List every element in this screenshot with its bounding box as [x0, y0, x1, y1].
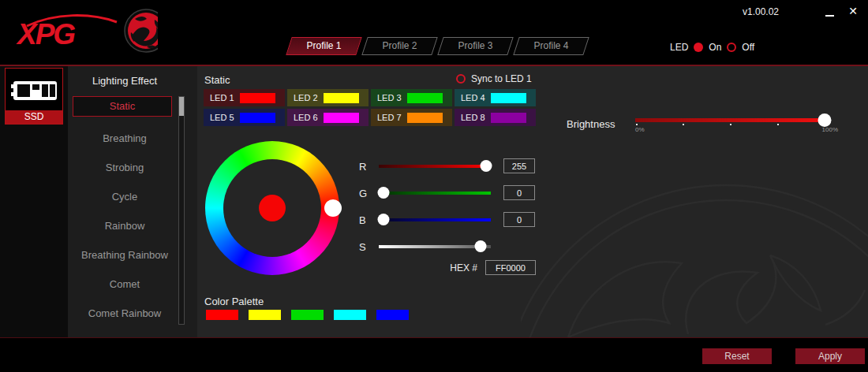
led-6-label: LED 6: [294, 113, 318, 122]
version-text: v1.00.02: [743, 6, 779, 17]
slider-b-thumb[interactable]: [377, 214, 389, 225]
led-cell-6[interactable]: LED 6: [287, 109, 369, 126]
effects-header: Lighting Effect: [68, 75, 181, 87]
reset-button[interactable]: Reset: [702, 348, 772, 364]
led-5-label: LED 5: [210, 113, 234, 122]
effect-item-breathing-rainbow[interactable]: Breathing Rainbow: [68, 247, 181, 263]
slider-b-label: B: [359, 214, 375, 226]
tab-profile-2-label: Profile 2: [365, 38, 434, 54]
sync-to-led1-radio[interactable]: Sync to LED 1: [456, 73, 532, 84]
color-wheel[interactable]: [205, 141, 339, 275]
sync-label: Sync to LED 1: [471, 73, 532, 84]
led-8-label: LED 8: [461, 113, 485, 122]
led-cell-5[interactable]: LED 5: [204, 109, 285, 126]
led-cell-4[interactable]: LED 4: [455, 89, 536, 106]
palette-chip-green[interactable]: [291, 310, 324, 320]
current-color-dot: [259, 195, 286, 221]
tab-profile-2[interactable]: Profile 2: [361, 37, 437, 55]
effect-item-comet-rainbow[interactable]: Comet Rainbow: [68, 306, 181, 322]
led-8-swatch: [491, 113, 526, 123]
brightness-label: Brightness: [567, 118, 615, 130]
brightness-slider: 0% 100%: [635, 112, 825, 136]
apply-button[interactable]: Apply: [795, 348, 865, 364]
effect-item-cycle[interactable]: Cycle: [68, 189, 181, 205]
static-panel: Static Sync to LED 1 LED 1 LED 2 LED 3 L…: [197, 66, 868, 337]
led-grid: LED 1 LED 2 LED 3 LED 4 LED 5 LED 6 LED …: [204, 89, 536, 126]
slider-g-thumb[interactable]: [377, 187, 389, 199]
led-5-swatch: [240, 113, 275, 123]
led-cell-1[interactable]: LED 1: [204, 89, 285, 106]
led-off-radio[interactable]: [727, 43, 736, 52]
palette-chip-yellow[interactable]: [249, 310, 281, 320]
led-7-swatch: [407, 113, 443, 123]
minimize-button[interactable]: [824, 3, 836, 20]
led-2-label: LED 2: [294, 93, 318, 102]
led-on-label: On: [709, 42, 721, 53]
effect-item-rainbow[interactable]: Rainbow: [68, 218, 181, 234]
minimize-icon: [825, 15, 834, 17]
led-4-label: LED 4: [461, 93, 485, 102]
effect-item-breathing[interactable]: Breathing: [68, 131, 181, 147]
slider-s-label: S: [359, 241, 375, 253]
brightness-tick-25: [683, 124, 684, 125]
device-column: SSD: [0, 66, 68, 337]
r-value-input[interactable]: [503, 158, 535, 173]
slider-b-track[interactable]: [379, 218, 491, 221]
led-off-label: Off: [742, 42, 754, 53]
effects-scrollbar-thumb[interactable]: [179, 97, 184, 116]
tab-profile-1-label: Profile 1: [290, 38, 358, 54]
led-1-swatch: [240, 93, 275, 103]
b-value-input[interactable]: [503, 212, 535, 227]
led-3-swatch: [407, 93, 443, 103]
effect-item-comet[interactable]: Comet: [68, 277, 181, 292]
led-2-swatch: [324, 93, 359, 103]
palette-chip-red[interactable]: [206, 310, 238, 320]
tab-profile-3[interactable]: Profile 3: [437, 37, 513, 55]
effect-item-static[interactable]: Static: [73, 96, 172, 117]
ssd-icon: [9, 78, 58, 103]
effects-sidebar: Lighting Effect Static Breathing Strobin…: [68, 66, 197, 337]
footer-bar: Reset Apply: [0, 338, 868, 372]
brightness-tick-50: [730, 124, 731, 125]
slider-g-label: G: [359, 188, 375, 199]
slider-r-thumb[interactable]: [481, 160, 492, 172]
brightness-thumb[interactable]: [818, 113, 832, 127]
device-label: SSD: [6, 110, 62, 124]
color-wheel-handle[interactable]: [324, 199, 342, 217]
led-1-label: LED 1: [210, 93, 234, 102]
led-power-toggle: LED On Off: [670, 41, 754, 54]
led-6-swatch: [324, 113, 359, 123]
hex-value-input[interactable]: [485, 260, 536, 275]
g-value-input[interactable]: [503, 185, 535, 200]
effect-item-strobing[interactable]: Strobing: [68, 160, 181, 176]
led-3-label: LED 3: [377, 93, 402, 102]
effects-scrollbar[interactable]: [178, 96, 185, 325]
slider-r-label: R: [359, 161, 375, 173]
led-7-label: LED 7: [377, 113, 402, 122]
palette-chip-cyan[interactable]: [334, 310, 366, 320]
radio-ring-icon: [456, 74, 466, 84]
led-cell-2[interactable]: LED 2: [287, 89, 369, 106]
slider-r-track[interactable]: [379, 165, 491, 168]
content-area: SSD Lighting Effect Static Breathing Str…: [0, 65, 868, 338]
led-cell-8[interactable]: LED 8: [455, 109, 536, 126]
led-4-swatch: [491, 93, 526, 103]
device-card-ssd[interactable]: SSD: [5, 68, 63, 125]
tab-profile-4[interactable]: Profile 4: [513, 37, 589, 55]
led-toggle-label: LED: [670, 42, 688, 53]
xpg-rgb-app-window: XPG Profile 1 Profile 2 Profile 3 Profil…: [0, 0, 868, 372]
led-cell-7[interactable]: LED 7: [371, 109, 452, 126]
tab-profile-4-label: Profile 4: [517, 38, 586, 54]
slider-g-track[interactable]: [379, 192, 491, 195]
slider-s-track[interactable]: [379, 245, 491, 248]
close-button[interactable]: ✕: [845, 2, 861, 20]
color-palette: [206, 310, 409, 320]
led-on-radio[interactable]: [694, 43, 703, 52]
tab-profile-3-label: Profile 3: [441, 38, 510, 54]
brightness-track[interactable]: [635, 118, 825, 122]
palette-chip-blue[interactable]: [376, 310, 409, 320]
tab-profile-1[interactable]: Profile 1: [286, 37, 361, 55]
led-cell-3[interactable]: LED 3: [371, 89, 452, 106]
slider-s-thumb[interactable]: [475, 240, 487, 252]
hex-label: HEX #: [418, 262, 477, 273]
